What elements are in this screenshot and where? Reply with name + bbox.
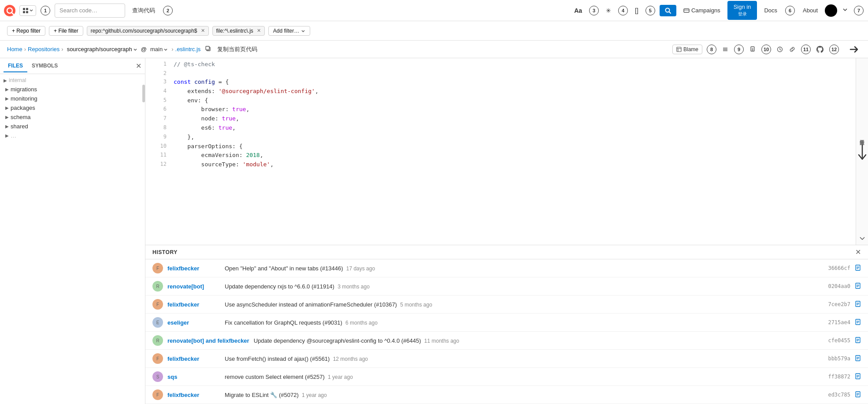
breadcrumb-repo[interactable]: sourcegraph/sourcegraph (65, 45, 139, 53)
expand-icon[interactable] (859, 234, 865, 243)
commit-message: Migrate to ESLint 🔧 (#5072) 1 year ago (225, 392, 823, 398)
commit-sha[interactable]: 0204aa0 (828, 283, 850, 289)
breadcrumb-branch-name: main (150, 46, 163, 52)
repo-filter-tag: repo:^github\.com/sourcegraph/sourcegrap… (87, 26, 209, 36)
file-icon[interactable] (855, 373, 861, 381)
symbols-tab[interactable]: SYMBOLS (27, 60, 62, 72)
diff-button[interactable] (721, 45, 730, 54)
commit-time: 11 months ago (424, 338, 459, 344)
author-name[interactable]: renovate[bot] (167, 283, 220, 290)
code-line-12: 12 sourceType: 'module', (145, 160, 868, 169)
chevron-right-icon: ▶ (5, 105, 9, 110)
brackets-button[interactable]: [] (632, 5, 641, 16)
code-text: // @ts-check (174, 60, 215, 69)
add-filter-button[interactable]: Add filter… (268, 26, 310, 36)
author-name[interactable]: felixfbecker (167, 355, 220, 362)
right-scroll-panel[interactable]: 重要提示行 (856, 58, 868, 245)
annotation-11: 11 (801, 45, 811, 54)
author-name[interactable]: renovate[bot] and felixfbecker (167, 337, 249, 344)
list-item[interactable]: ▶ migrations (0, 85, 145, 94)
file-icon[interactable] (855, 391, 861, 399)
grid-menu-button[interactable] (19, 5, 36, 16)
file-icon[interactable] (855, 265, 861, 272)
history-button[interactable] (775, 45, 784, 54)
github-button[interactable] (815, 45, 825, 54)
file-filter-button[interactable]: + File filter (49, 26, 83, 36)
code-line-2: 2 (145, 69, 868, 78)
file-icon[interactable] (855, 355, 861, 363)
signin-button[interactable]: Sign in 登录 (727, 1, 757, 20)
sidebar-close-button[interactable]: ✕ (136, 62, 141, 70)
regex-button[interactable]: ✳ (603, 5, 614, 16)
commit-sha[interactable]: bbb579a (828, 355, 850, 362)
breadcrumb-branch[interactable]: main (148, 45, 170, 53)
sidebar-scrollbar[interactable] (142, 85, 145, 102)
font-size-label: Aa (574, 7, 582, 14)
file-icon[interactable] (855, 283, 861, 290)
breadcrumb-file[interactable]: .eslintrc.js (175, 46, 201, 52)
commit-sha[interactable]: cfe0455 (828, 337, 850, 344)
file-filter-value: file:^\.eslintrc\.js (216, 28, 253, 34)
list-item[interactable]: ▶ schema (0, 112, 145, 122)
repo-filter-close[interactable]: ✕ (201, 28, 205, 34)
user-avatar[interactable] (825, 4, 837, 17)
annotation-1: 1 (41, 6, 50, 15)
list-item[interactable]: ▶ monitoring (0, 94, 145, 103)
search-input-box[interactable]: Search code… (55, 4, 125, 18)
code-text: browser: true, (174, 105, 249, 114)
folder-name: schema (11, 114, 141, 120)
line-number: 12 (152, 160, 167, 168)
font-size-button[interactable]: Aa (571, 5, 585, 16)
file-icon[interactable] (855, 337, 861, 344)
docs-button[interactable]: Docs (760, 5, 781, 15)
history-header: HISTORY ✕ (145, 245, 868, 259)
table-row: S sqs remove custom Select element (#525… (145, 368, 868, 386)
user-menu-button[interactable] (841, 5, 849, 15)
author-name[interactable]: eseliger (167, 319, 220, 326)
commit-sha[interactable]: 2715ae4 (828, 319, 850, 325)
list-item[interactable]: ▶ packages (0, 103, 145, 112)
breadcrumb-home[interactable]: Home (7, 46, 22, 52)
copy-file-button[interactable] (202, 44, 214, 54)
regex-icon: ✳ (606, 7, 611, 14)
commit-sha[interactable]: 36666cf (828, 265, 850, 271)
file-icon[interactable] (855, 301, 861, 308)
author-name[interactable]: felixfbecker (167, 265, 220, 272)
search-button[interactable] (660, 5, 676, 16)
repo-filter-button[interactable]: + Repo filter (7, 26, 45, 36)
author-name[interactable]: felixfbecker (167, 392, 220, 398)
about-button[interactable]: About (799, 5, 821, 15)
code-line-6: 6 browser: true, (145, 105, 868, 114)
commit-message: Fix cancellation for GraphQL requests (#… (225, 319, 823, 326)
raw-button[interactable] (748, 45, 757, 54)
line-number: 5 (152, 96, 167, 105)
files-tab[interactable]: FILES (4, 60, 27, 72)
file-filter-close[interactable]: ✕ (257, 28, 261, 34)
commit-sha[interactable]: ff38872 (828, 374, 850, 380)
list-item[interactable]: ▶ shared (0, 122, 145, 131)
svg-rect-5 (23, 11, 25, 13)
list-item[interactable]: ▶ internal (0, 76, 145, 85)
blame-button[interactable]: Blame (672, 45, 702, 54)
table-row: F felixfbecker Migrate to ESLint 🔧 (#507… (145, 386, 868, 404)
commit-sha[interactable]: ed3c785 (828, 392, 850, 398)
commit-message: Open "Help" and "About" in new tabs (#13… (225, 265, 823, 272)
author-name[interactable]: felixfbecker (167, 301, 220, 308)
campaigns-button[interactable]: Campaigns (680, 5, 724, 15)
breadcrumb-sep-1: › (24, 46, 26, 52)
history-title: HISTORY (152, 249, 178, 255)
author-avatar: S (152, 371, 163, 382)
history-close-button[interactable]: ✕ (855, 248, 861, 256)
annotation-4: 4 (618, 6, 628, 15)
sourcegraph-logo[interactable] (4, 4, 16, 17)
breadcrumb-repositories[interactable]: Repositories (28, 46, 59, 52)
file-icon[interactable] (855, 319, 861, 326)
chevron-right-icon: ▶ (5, 124, 9, 129)
author-name[interactable]: sqs (167, 374, 220, 380)
folder-name: … (11, 132, 141, 139)
commit-sha[interactable]: 7cee2b7 (828, 301, 850, 307)
breadcrumb-sep-3: › (171, 46, 173, 52)
permalink-button[interactable] (788, 45, 797, 54)
annotation-2: 2 (163, 6, 173, 15)
list-item[interactable]: ▶ … (0, 131, 145, 140)
